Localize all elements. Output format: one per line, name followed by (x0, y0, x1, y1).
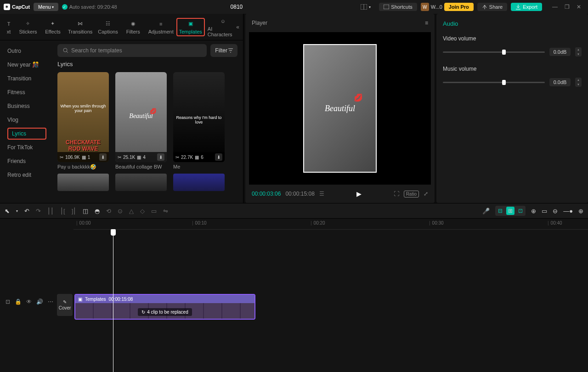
lock-icon[interactable]: 🔒 (15, 299, 22, 305)
video-volume-value[interactable]: 0.0dB (549, 48, 571, 56)
user-avatar[interactable]: W (421, 3, 429, 11)
template-card[interactable] (57, 174, 109, 191)
play-button[interactable]: ▶ (356, 190, 362, 197)
cat-retro[interactable]: Retro edit (0, 168, 52, 182)
cat-fortiktok[interactable]: For TikTok (0, 141, 52, 154)
user-name: W...0 (431, 4, 442, 10)
select-tool[interactable]: ⬉ (5, 208, 10, 214)
cat-outro[interactable]: Outro (0, 44, 52, 58)
freeze-button[interactable]: ▭ (151, 208, 157, 214)
video-volume-label: Video volume (443, 35, 582, 42)
redo-button[interactable]: ↷ (36, 208, 41, 214)
rotate-button[interactable]: ⊙ (118, 208, 123, 214)
cat-lyrics[interactable]: Lyrics (7, 128, 46, 140)
music-volume-value[interactable]: 0.0dB (549, 78, 571, 86)
clip-duration: 00:00:15:08 (109, 297, 133, 302)
player-panel: Player ≡ 💋 Beautiful 00:00:03:06 00:00:1… (245, 14, 435, 203)
video-volume-slider[interactable] (443, 51, 545, 53)
kiss-icon: 💋 (150, 108, 157, 114)
split-button[interactable]: ⎮⎮ (47, 208, 54, 214)
list-icon[interactable]: ☰ (319, 191, 324, 197)
player-preview[interactable]: 💋 Beautiful (249, 32, 431, 185)
zoom-slider[interactable]: —● (563, 208, 573, 214)
tab-adjustment[interactable]: ≡ Adjustment (146, 18, 176, 36)
music-volume-slider[interactable] (443, 82, 545, 83)
split-right-button[interactable]: ]⎮ (72, 208, 77, 214)
cat-transition[interactable]: Transition (0, 72, 52, 85)
adjustment-icon: ≡ (157, 20, 165, 28)
cat-friends[interactable]: Friends (0, 154, 52, 168)
player-menu-button[interactable]: ≡ (425, 20, 428, 26)
timeline-clip[interactable]: ▣ Templates 00:00:15:08 ↻ 4 clip to be r… (74, 294, 255, 320)
effect-button[interactable]: ◇ (140, 208, 145, 214)
reverse-button[interactable]: ⇋ (163, 208, 168, 214)
template-card[interactable] (173, 174, 225, 191)
left-panel: T xt ✧ Stickers ✦ Effects ⋈ Transitions … (0, 14, 243, 203)
mask-button[interactable]: ◓ (95, 208, 100, 214)
align-button[interactable]: ⊕ (531, 208, 536, 214)
template-card[interactable] (115, 174, 167, 191)
fullscreen-button[interactable]: ⤢ (424, 191, 428, 197)
track-collapse-icon[interactable]: ⊡ (6, 299, 10, 305)
export-button[interactable]: Export (511, 3, 542, 11)
split-left-button[interactable]: ⎮[ (60, 208, 65, 214)
tab-effects[interactable]: ✦ Effects (40, 18, 65, 36)
template-card[interactable]: Reasons why I'm hard to love ✂22.7K ▦6 ⬇… (173, 72, 225, 170)
search-input[interactable]: Search for templates (57, 44, 207, 57)
section-title: Lyrics (57, 61, 237, 68)
maximize-button[interactable]: ❐ (561, 1, 572, 12)
tab-ai-characters[interactable]: ☺ AI Characters (205, 15, 241, 39)
cat-newyear[interactable]: New year 🎊 (0, 58, 52, 72)
playhead[interactable] (113, 230, 113, 372)
download-button[interactable]: ⬇ (157, 153, 164, 161)
timeline-ruler[interactable]: 00:00 00:10 00:20 00:30 00:40 (74, 219, 588, 230)
join-pro-button[interactable]: Join Pro (444, 3, 474, 11)
templates-area: Search for templates Filter Lyrics When … (52, 40, 243, 203)
tab-templates[interactable]: ▣ Templates (176, 18, 205, 36)
tab-transitions[interactable]: ⋈ Transitions (65, 18, 95, 36)
menu-button[interactable]: Menu▾ (34, 3, 58, 11)
mirror-button[interactable]: ⟲ (106, 208, 111, 214)
cover-button[interactable]: ✎ Cover (57, 294, 73, 316)
template-card[interactable]: When you smilin through your pain CHECKM… (57, 72, 109, 170)
download-button[interactable]: ⬇ (215, 153, 222, 161)
mic-button[interactable]: 🎤 (482, 208, 490, 214)
zoom-in-button[interactable]: ⊕ (578, 208, 583, 214)
filter-button[interactable]: Filter (210, 44, 237, 57)
ratio-button[interactable]: Ratio (404, 191, 419, 197)
project-title[interactable]: 0810 (121, 4, 353, 10)
shortcuts-button[interactable]: Shortcuts (379, 3, 417, 11)
minimize-button[interactable]: — (549, 1, 560, 12)
timeline: 00:00 00:10 00:20 00:30 00:40 ⊡ 🔒 👁 🔊 ⋯ … (0, 219, 588, 372)
warning-icon[interactable]: △ (129, 208, 134, 214)
undo-button[interactable]: ↶ (24, 208, 29, 214)
template-overlay: CHECKMATE ROD WAVE (60, 139, 107, 152)
layout-button[interactable]: ▾ (356, 3, 375, 11)
cat-vlog[interactable]: Vlog (0, 113, 52, 127)
video-volume-stepper[interactable]: ▲▼ (575, 47, 582, 56)
crop-button[interactable]: ◫ (83, 208, 88, 214)
scale-icon[interactable]: ⛶ (394, 191, 399, 197)
match-button[interactable]: ▭ (542, 208, 547, 214)
collapse-panel-button[interactable]: « (236, 24, 239, 30)
cat-business[interactable]: Business (0, 99, 52, 113)
more-icon[interactable]: ⋯ (48, 299, 53, 305)
music-volume-stepper[interactable]: ▲▼ (575, 78, 582, 87)
mute-icon[interactable]: 🔊 (36, 299, 43, 305)
clip-replace-badge[interactable]: ↻ 4 clip to be replaced (138, 308, 192, 316)
eye-icon[interactable]: 👁 (26, 299, 32, 305)
download-button[interactable]: ⬇ (99, 153, 107, 161)
tab-captions[interactable]: ☷ Captions (95, 18, 120, 36)
snap-mode-group[interactable]: ⊟ ⊞ ⊡ (495, 206, 526, 216)
template-card[interactable]: Beautiful 💋 ✂25.1K ▦4 ⬇ Beautiful collag… (115, 72, 167, 170)
close-button[interactable]: ✕ (573, 1, 584, 12)
template-overlay: When you smilin through your pain (60, 104, 107, 113)
playhead-handle[interactable] (111, 229, 116, 236)
tab-stickers[interactable]: ✧ Stickers (16, 18, 40, 36)
cat-fitness[interactable]: Fitness (0, 85, 52, 99)
zoom-out-button[interactable]: ⊖ (553, 208, 558, 214)
tab-filters[interactable]: ◉ Filters (121, 18, 146, 36)
tab-text[interactable]: T xt (2, 18, 16, 36)
share-button[interactable]: Share (477, 3, 507, 11)
select-mode-dropdown[interactable]: ▾ (16, 209, 18, 213)
